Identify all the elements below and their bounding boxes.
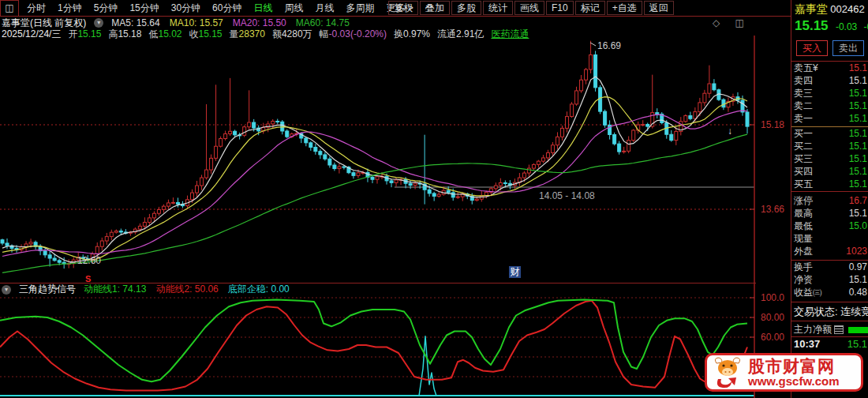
toolbar-button-叠加[interactable]: 叠加: [420, 1, 450, 15]
quote-row-卖五-value: 15.1: [849, 62, 867, 73]
tab-多周期[interactable]: 多周期: [346, 2, 374, 15]
stat-row-换手[interactable]: 换手0.97: [794, 261, 867, 273]
tab-30分钟[interactable]: 30分钟: [171, 2, 200, 15]
quote-row-买五-label: 买五: [794, 178, 813, 191]
chart-corner-icons[interactable]: ◇ ◫: [713, 17, 750, 28]
quote-row-卖三[interactable]: 卖三15.1: [794, 87, 867, 100]
quote-row-买五[interactable]: 买五15.1: [794, 178, 867, 190]
indicator-label-row: ▾ 三角趋势信号 动能线1: 74.13动能线2: 50.06底部企稳: 0.0…: [2, 283, 290, 295]
quote-row-买一-label: 买一: [794, 127, 813, 141]
ma20-line: [2, 111, 747, 257]
quote-row-卖四-value: 15.1: [849, 75, 867, 86]
stat-row-涨停[interactable]: 涨停16.7: [794, 194, 867, 207]
quote-row-买二-value: 15.1: [849, 141, 867, 152]
toolbar-button-统计[interactable]: 统计: [483, 1, 513, 15]
tab-15分钟[interactable]: 15分钟: [129, 2, 159, 15]
info-item-label: 开: [68, 28, 77, 39]
info-item-value: 15.15: [199, 28, 223, 39]
quote-row-卖三-value: 15.1: [849, 88, 867, 99]
axis-label: 100.0: [761, 292, 784, 303]
buy-button[interactable]: 买入: [796, 40, 828, 56]
indicator-value: 底部企稳: 0.00: [228, 283, 290, 296]
stat-row-外盘-label: 外盘: [794, 245, 813, 258]
tick-time: 10:37: [794, 338, 820, 350]
quote-row-买二[interactable]: 买二15.1: [794, 140, 867, 152]
quote-row-卖一[interactable]: 卖一15.1: [794, 112, 867, 125]
toolbar-button-返回[interactable]: 返回: [644, 1, 674, 15]
stat-row-收益㈢[interactable]: 收益㈢0.48: [794, 286, 867, 298]
quote-row-买四-label: 买四: [794, 165, 813, 178]
quote-row-买五-value: 15.1: [849, 178, 867, 190]
price-axis: 15.1813.66100.080.0060.00: [756, 0, 791, 398]
stat-row-涨停-value: 16.7: [849, 195, 867, 206]
panel-separator: [791, 336, 868, 337]
axis-label: 80.00: [761, 312, 784, 323]
stat-row-现量[interactable]: 现量: [794, 232, 867, 245]
toolbar-button-标记[interactable]: 标记: [575, 1, 605, 15]
stat-row-外盘[interactable]: 外盘1023: [794, 245, 867, 257]
panel-separator: [791, 302, 868, 302]
tab-5分钟[interactable]: 5分钟: [94, 2, 118, 15]
toolbar-button-多股[interactable]: 多股: [451, 1, 481, 15]
svg-text:←12.60: ←12.60: [68, 255, 101, 266]
chevron-down-icon[interactable]: ▾: [94, 18, 103, 28]
tab-1分钟[interactable]: 1分钟: [58, 2, 82, 15]
tick-row[interactable]: 10:37 15.1: [794, 338, 867, 350]
chevron-down-icon[interactable]: ▾: [2, 285, 11, 295]
info-item: 幅-0.03(-0.20%): [320, 28, 387, 41]
info-item: 收15.15: [189, 28, 223, 41]
quote-row-卖二-label: 卖二: [794, 100, 813, 113]
bull-logo-icon: [710, 355, 745, 390]
indicator-value: 动能线2: 50.06: [155, 283, 218, 296]
quote-row-卖四-label: 卖四: [794, 74, 813, 88]
stat-row-净资-label: 净资: [794, 273, 813, 287]
tab-日线[interactable]: 日线: [253, 2, 272, 15]
info-item: 开15.15: [68, 28, 101, 41]
split-window-icon[interactable]: ◫: [0, 0, 19, 17]
stat-row-最低[interactable]: 最低15.0: [794, 220, 867, 232]
axis-label: 13.66: [761, 204, 784, 215]
toolbar-button-画线[interactable]: 画线: [514, 1, 544, 15]
toolbar-button-复权[interactable]: 复权: [388, 1, 418, 15]
stat-row-净资[interactable]: 净资15.1: [794, 273, 867, 286]
tab-分时[interactable]: 分时: [27, 2, 46, 15]
info-item-label: 换: [394, 28, 403, 39]
info-item-label: 高: [108, 28, 118, 39]
candles-group: [1, 41, 749, 273]
tab-周线[interactable]: 周线: [284, 2, 303, 15]
quote-row-卖二[interactable]: 卖二15.1: [794, 100, 867, 112]
main-force-bar: [848, 327, 868, 333]
stat-row-最高-label: 最高: [794, 207, 813, 220]
stat-row-最高[interactable]: 最高15.1: [794, 207, 867, 220]
stat-row-收益㈢-label: 收益㈢: [794, 286, 822, 299]
panel-separator: [791, 260, 868, 261]
quote-row-卖二-value: 15.1: [849, 100, 867, 111]
quote-row-卖四[interactable]: 卖四15.1: [794, 74, 867, 87]
ohlc-info-row: 2025/12/24/三 开15.15高15.18低15.02收15.15量28…: [2, 28, 529, 39]
mini-watermark: 财: [509, 266, 521, 278]
quote-row-买一[interactable]: 买一15.1: [794, 127, 867, 140]
quote-row-卖五[interactable]: 卖五¥15.1: [794, 62, 867, 74]
info-item: 流通2.91亿: [437, 28, 484, 41]
info-item: 低15.02: [148, 28, 181, 41]
info-item-value: 28370: [239, 28, 265, 39]
toolbar-button-+自选[interactable]: +自选: [607, 1, 642, 15]
detail-icon[interactable]: [834, 325, 844, 334]
chart-canvas[interactable]: 16.69←12.6014.05 - 14.08S↓: [0, 0, 756, 398]
stat-row-外盘-value: 1023: [846, 246, 867, 257]
stat-row-收益㈢-value: 0.48: [849, 287, 867, 298]
info-item-value: 15.18: [118, 28, 141, 39]
quote-row-买四[interactable]: 买四15.1: [794, 165, 867, 178]
info-item-label: 额: [272, 28, 282, 39]
sell-button[interactable]: 卖出: [832, 40, 864, 56]
sector-link[interactable]: 医药流通: [491, 28, 529, 41]
info-item: 高15.18: [108, 28, 141, 41]
info-item-label: 低: [148, 28, 158, 39]
stock-name: 嘉事堂: [795, 2, 828, 15]
stat-row-净资-value: 15.1: [849, 274, 867, 285]
toolbar-button-F10[interactable]: F10: [546, 1, 574, 15]
quote-row-买三[interactable]: 买三15.1: [794, 152, 867, 165]
tab-60分钟[interactable]: 60分钟: [212, 2, 241, 15]
tab-月线[interactable]: 月线: [315, 2, 334, 15]
quote-row-买一-value: 15.1: [849, 128, 867, 139]
